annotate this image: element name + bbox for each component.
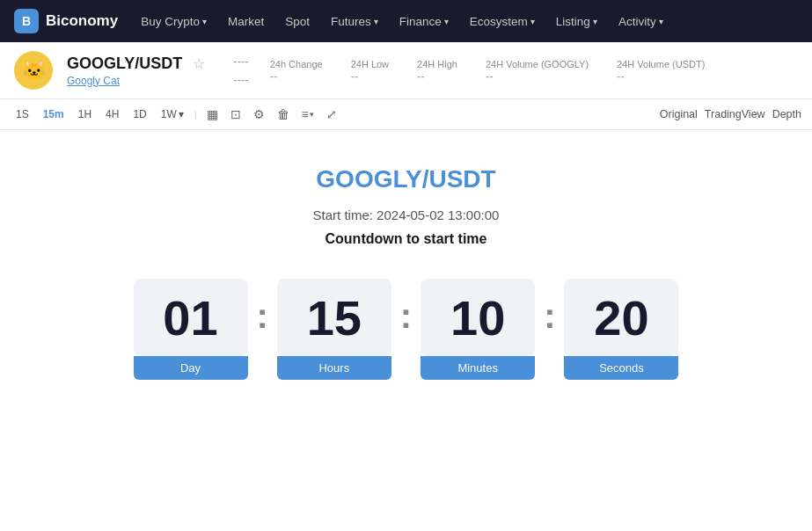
nav-listing[interactable]: Listing ▾ [547, 10, 606, 33]
time-1h[interactable]: 1H [73, 105, 97, 123]
countdown-minutes: 10 Minutes [421, 279, 535, 380]
colon-separator: : [400, 296, 412, 336]
settings-icon[interactable]: ⚙ [249, 105, 269, 124]
hours-number: 15 [277, 279, 391, 356]
chevron-down-icon: ▾ [202, 17, 207, 26]
ticker-price-dash2: ---- [233, 71, 248, 89]
chart-view-options: Original TradingView Depth [660, 108, 801, 120]
time-1w[interactable]: 1W ▾ [156, 105, 189, 123]
chevron-down-icon: ▾ [374, 17, 378, 26]
nav-buy-crypto[interactable]: Buy Crypto ▾ [132, 10, 216, 33]
nav-market[interactable]: Market [219, 10, 273, 33]
ticker-stats: 24h Change -- 24H Low -- 24H High -- 24H… [270, 59, 706, 83]
countdown-label: Countdown to start time [326, 231, 487, 247]
nav-activity[interactable]: Activity ▾ [610, 10, 672, 33]
ticker-price-dash1: ---- [233, 53, 248, 70]
ticker-bar: 🐱 GOOGLY/USDT ☆ Googly Cat ---- ---- 24h… [0, 42, 812, 99]
chevron-down-icon: ▾ [659, 17, 663, 26]
list-icon[interactable]: ≡▾ [297, 105, 318, 124]
chart-toolbar: 1S 15m 1H 4H 1D 1W ▾ | ▦ ⊡ ⚙ 🗑 ≡▾ ⤢ Orig… [0, 99, 812, 130]
chevron-down-icon: ▾ [179, 108, 184, 120]
countdown-seconds: 20 Seconds [564, 279, 678, 380]
countdown-row: 01 Day : 15 Hours : 10 Minutes : 20 Seco… [134, 279, 679, 380]
stat-24h-high: 24H High -- [417, 59, 457, 83]
trash-icon[interactable]: 🗑 [273, 105, 294, 124]
ticker-subname[interactable]: Googly Cat [67, 75, 205, 87]
colon-separator: : [257, 296, 268, 336]
ticker-info: GOOGLY/USDT ☆ Googly Cat [67, 55, 205, 87]
day-label: Day [134, 356, 248, 380]
chevron-down-icon: ▾ [593, 17, 597, 26]
time-4h[interactable]: 4H [100, 105, 124, 123]
ticker-avatar: 🐱 [14, 51, 53, 90]
nav-ecosystem[interactable]: Ecosystem ▾ [461, 10, 544, 33]
candlestick-icon[interactable]: ▦ [202, 105, 223, 124]
logo[interactable]: B Biconomy [14, 9, 118, 33]
seconds-label: Seconds [564, 356, 678, 380]
ticker-pair: GOOGLY/USDT [67, 55, 182, 73]
start-time: Start time: 2024-05-02 13:00:00 [313, 207, 500, 222]
time-1d[interactable]: 1D [128, 105, 151, 123]
navbar: B Biconomy Buy Crypto ▾ Market Spot Futu… [0, 0, 812, 42]
logo-text: Biconomy [46, 12, 118, 30]
fullscreen-icon[interactable]: ⤢ [322, 105, 341, 124]
chevron-down-icon: ▾ [530, 17, 535, 26]
stat-24h-change: 24h Change -- [270, 59, 323, 83]
hours-label: Hours [277, 356, 391, 380]
separator: | [194, 109, 197, 120]
main-content: GOOGLY/USDT Start time: 2024-05-02 13:00… [0, 130, 812, 482]
nav-futures[interactable]: Futures ▾ [322, 10, 387, 33]
countdown-day: 01 Day [134, 279, 248, 380]
pair-title: GOOGLY/USDT [316, 165, 495, 193]
view-tradingview[interactable]: TradingView [705, 108, 765, 120]
day-number: 01 [134, 279, 248, 356]
time-15m[interactable]: 15m [38, 105, 69, 123]
countdown-hours: 15 Hours [277, 279, 391, 380]
colon-separator: : [544, 296, 555, 336]
view-original[interactable]: Original [660, 108, 698, 120]
logo-icon: B [14, 9, 39, 33]
stat-24h-vol-googly: 24H Volume (GOOGLY) -- [486, 59, 589, 83]
stat-24h-low: 24H Low -- [351, 59, 389, 83]
seconds-number: 20 [564, 279, 678, 356]
minutes-number: 10 [421, 279, 535, 356]
screenshot-icon[interactable]: ⊡ [226, 105, 245, 124]
nav-spot[interactable]: Spot [276, 10, 318, 33]
nav-finance[interactable]: Finance ▾ [391, 10, 457, 33]
time-1s[interactable]: 1S [11, 105, 34, 123]
chevron-down-icon: ▾ [444, 17, 449, 26]
view-depth[interactable]: Depth [772, 108, 801, 120]
minutes-label: Minutes [421, 356, 535, 380]
star-icon[interactable]: ☆ [193, 55, 205, 72]
stat-24h-vol-usdt: 24H Volume (USDT) -- [617, 59, 705, 83]
